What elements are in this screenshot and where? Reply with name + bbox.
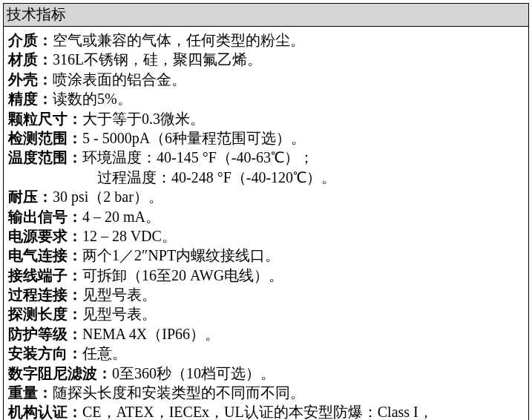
spec-label: 检测范围： bbox=[8, 128, 82, 148]
spec-value: 过程温度：40-248 °F（-40-120℃）。 bbox=[8, 168, 336, 187]
spec-label: 电源要求： bbox=[8, 226, 82, 246]
spec-label: 电气连接： bbox=[8, 246, 82, 265]
spec-value: 两个1／2″NPT内螺纹接线口。 bbox=[82, 246, 280, 265]
spec-body: 介质：空气或兼容的气体，任何类型的粉尘。材质：316L不锈钢，硅，聚四氟乙烯。外… bbox=[4, 27, 528, 420]
spec-value: 12 – 28 VDC。 bbox=[82, 226, 177, 246]
spec-label: 过程连接： bbox=[8, 285, 82, 304]
spec-row: 重量：随探头长度和安装类型的不同而不同。 bbox=[8, 383, 524, 402]
spec-label: 介质： bbox=[8, 30, 53, 50]
spec-row: 探测长度：见型号表。 bbox=[8, 304, 524, 324]
spec-label: 颗粒尺寸： bbox=[8, 109, 82, 128]
spec-label: 精度： bbox=[8, 89, 53, 108]
spec-row: 电气连接：两个1／2″NPT内螺纹接线口。 bbox=[8, 246, 524, 265]
spec-row: 耐压：30 psi（2 bar）。 bbox=[8, 187, 524, 206]
spec-row: 电源要求：12 – 28 VDC。 bbox=[8, 226, 524, 246]
spec-row: 介质：空气或兼容的气体，任何类型的粉尘。 bbox=[8, 30, 524, 50]
spec-label: 接线端子： bbox=[8, 266, 82, 285]
spec-value: NEMA 4X（IP66）。 bbox=[82, 324, 220, 344]
spec-row: 过程连接：见型号表。 bbox=[8, 285, 524, 304]
spec-row: 温度范围：环境温度：40-145 °F（-40-63℃）； bbox=[8, 148, 524, 167]
spec-row: 检测范围：5 - 5000pA（6种量程范围可选）。 bbox=[8, 128, 524, 148]
spec-value: 见型号表。 bbox=[82, 285, 157, 304]
spec-value: 大于等于0.3微米。 bbox=[82, 109, 205, 128]
spec-value: 可拆卸（16至20 AWG电线）。 bbox=[82, 266, 283, 285]
spec-label: 耐压： bbox=[8, 187, 53, 206]
spec-label: 探测长度： bbox=[8, 304, 82, 324]
spec-label: 材质： bbox=[8, 50, 53, 69]
spec-value: CE，ATEX，IECEx，UL认证的本安型防爆：Class I， bbox=[82, 402, 433, 420]
spec-row: 接线端子：可拆卸（16至20 AWG电线）。 bbox=[8, 266, 524, 285]
spec-label: 机构认证： bbox=[8, 402, 82, 420]
spec-row: 数字阻尼滤波：0至360秒（10档可选）。 bbox=[8, 364, 524, 383]
spec-label: 输出信号： bbox=[8, 207, 82, 226]
spec-row: 输出信号：4 – 20 mA。 bbox=[8, 207, 524, 226]
spec-value: 环境温度：40-145 °F（-40-63℃）； bbox=[82, 148, 314, 167]
spec-row: 精度：读数的5%。 bbox=[8, 89, 524, 108]
spec-label: 温度范围： bbox=[8, 148, 82, 167]
spec-label: 安装方向： bbox=[8, 344, 82, 363]
spec-value: 4 – 20 mA。 bbox=[82, 207, 160, 226]
spec-label: 外壳： bbox=[8, 70, 53, 89]
spec-row: 颗粒尺寸：大于等于0.3微米。 bbox=[8, 109, 524, 128]
spec-row: 防护等级：NEMA 4X（IP66）。 bbox=[8, 324, 524, 344]
spec-row: 安装方向：任意。 bbox=[8, 344, 524, 363]
spec-row: 机构认证：CE，ATEX，IECEx，UL认证的本安型防爆：Class I， bbox=[8, 402, 524, 420]
spec-value: 喷涂表面的铝合金。 bbox=[53, 70, 186, 89]
spec-value: 30 psi（2 bar）。 bbox=[53, 187, 163, 206]
spec-value: 316L不锈钢，硅，聚四氟乙烯。 bbox=[53, 50, 262, 69]
spec-value: 0至360秒（10档可选）。 bbox=[112, 364, 275, 383]
spec-panel: 技术指标 介质：空气或兼容的气体，任何类型的粉尘。材质：316L不锈钢，硅，聚四… bbox=[3, 3, 529, 420]
spec-row: 外壳：喷涂表面的铝合金。 bbox=[8, 70, 524, 89]
spec-value: 任意。 bbox=[82, 344, 127, 363]
spec-value: 读数的5%。 bbox=[53, 89, 132, 108]
spec-row: 过程温度：40-248 °F（-40-120℃）。 bbox=[8, 168, 524, 187]
spec-row: 材质：316L不锈钢，硅，聚四氟乙烯。 bbox=[8, 50, 524, 69]
spec-label: 数字阻尼滤波： bbox=[8, 364, 112, 383]
panel-title: 技术指标 bbox=[4, 4, 528, 27]
spec-label: 重量： bbox=[8, 383, 53, 402]
spec-value: 空气或兼容的气体，任何类型的粉尘。 bbox=[53, 30, 305, 50]
spec-value: 见型号表。 bbox=[82, 304, 157, 324]
spec-value: 随探头长度和安装类型的不同而不同。 bbox=[53, 383, 305, 402]
spec-label: 防护等级： bbox=[8, 324, 82, 344]
spec-value: 5 - 5000pA（6种量程范围可选）。 bbox=[82, 128, 306, 148]
